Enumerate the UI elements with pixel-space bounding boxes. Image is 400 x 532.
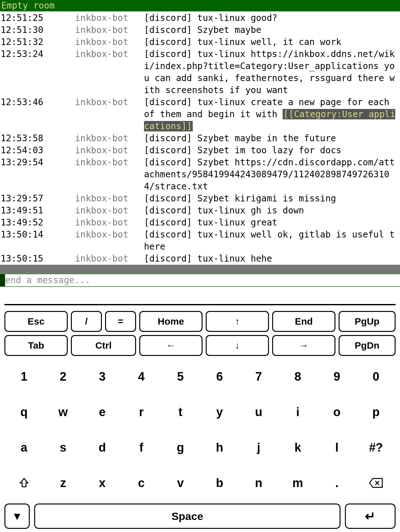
message-text: [discord] tux-linux https://inkbox.ddns.… — [144, 48, 400, 96]
message-user: inkbox-bot — [55, 229, 144, 241]
message-row: 12:54:03inkbox-bot[discord] Szybet im to… — [0, 144, 400, 156]
keyboard-divider — [4, 304, 396, 305]
key-home[interactable]: Home — [139, 311, 203, 332]
key-9[interactable]: 9 — [317, 365, 357, 388]
key-x[interactable]: x — [83, 472, 122, 494]
key-g[interactable]: g — [161, 436, 200, 459]
message-text: [discord] Szybet kirigami is missing — [144, 193, 400, 205]
key-d[interactable]: d — [83, 436, 122, 459]
key-arrow-down[interactable]: ↓ — [206, 335, 269, 356]
message-time: 12:51:25 — [0, 12, 55, 24]
key-shift[interactable] — [4, 472, 44, 494]
message-row: 12:51:30inkbox-bot[discord] Szybet maybe — [0, 24, 400, 36]
message-time: 12:51:32 — [0, 36, 55, 48]
message-row: 13:50:14inkbox-bot[discord] tux-linux we… — [0, 229, 400, 253]
key-f[interactable]: f — [122, 436, 161, 459]
key-t[interactable]: t — [161, 401, 200, 423]
message-text: [discord] Szybet maybe — [144, 24, 400, 36]
key-tab[interactable]: Tab — [4, 335, 68, 356]
message-time: 12:54:03 — [0, 144, 55, 156]
key-p[interactable]: p — [356, 401, 396, 423]
message-time: 12:53:58 — [0, 132, 55, 144]
key-i[interactable]: i — [278, 401, 317, 423]
message-text: [discord] tux-linux well ok, gitlab is u… — [144, 229, 400, 253]
message-row: 12:53:46inkbox-bot[discord] tux-linux cr… — [0, 96, 400, 132]
message-row: 13:29:54inkbox-bot[discord] Szybet https… — [0, 156, 400, 193]
message-time: 13:50:15 — [0, 253, 55, 265]
message-input[interactable]: end a message... — [0, 274, 400, 287]
key-pgdn[interactable]: PgDn — [339, 335, 396, 356]
key-c[interactable]: c — [122, 472, 161, 494]
key-space[interactable]: Space — [34, 504, 341, 529]
key-b[interactable]: b — [200, 472, 239, 494]
key-m[interactable]: m — [278, 472, 317, 494]
message-row: 13:49:52inkbox-bot[discord] tux-linux gr… — [0, 217, 400, 229]
key-period[interactable]: . — [317, 472, 357, 494]
key-u[interactable]: u — [239, 401, 278, 423]
key-arrow-up[interactable]: ↑ — [206, 311, 269, 332]
message-text: [discord] tux-linux well, it can work — [144, 36, 400, 48]
key-hide-keyboard[interactable]: ▼ — [4, 504, 30, 529]
key-4[interactable]: 4 — [122, 365, 161, 388]
key-slash[interactable]: / — [71, 311, 102, 332]
key-end[interactable]: End — [272, 311, 335, 332]
message-user: inkbox-bot — [55, 193, 144, 205]
key-arrow-left[interactable]: ← — [139, 335, 203, 356]
key-7[interactable]: 7 — [239, 365, 278, 388]
message-time: 13:29:54 — [0, 156, 55, 168]
message-row: 12:53:58inkbox-bot[discord] Szybet maybe… — [0, 132, 400, 144]
message-time: 12:51:30 — [0, 24, 55, 36]
message-row: 13:50:15inkbox-bot[discord] tux-linux he… — [0, 253, 400, 265]
message-row: 12:53:24inkbox-bot[discord] tux-linux ht… — [0, 48, 400, 96]
key-backspace[interactable] — [356, 472, 396, 494]
key-arrow-right[interactable]: → — [272, 335, 335, 356]
key-n[interactable]: n — [239, 472, 278, 494]
message-time: 13:49:51 — [0, 205, 55, 217]
key-v[interactable]: v — [161, 472, 200, 494]
message-row: 13:49:51inkbox-bot[discord] tux-linux gh… — [0, 205, 400, 217]
message-user: inkbox-bot — [55, 144, 144, 156]
key-esc[interactable]: Esc — [4, 311, 68, 332]
key-h[interactable]: h — [200, 436, 239, 459]
message-user: inkbox-bot — [55, 36, 144, 48]
key-o[interactable]: o — [317, 401, 357, 423]
key-pgup[interactable]: PgUp — [339, 311, 396, 332]
message-user: inkbox-bot — [55, 24, 144, 36]
message-log[interactable]: 12:51:25inkbox-bot[discord] tux-linux go… — [0, 11, 400, 265]
key-z[interactable]: z — [44, 472, 83, 494]
key-a[interactable]: a — [4, 436, 44, 459]
key-r[interactable]: r — [122, 401, 161, 423]
key-y[interactable]: y — [200, 401, 239, 423]
key-5[interactable]: 5 — [161, 365, 200, 388]
message-row: 12:51:25inkbox-bot[discord] tux-linux go… — [0, 12, 400, 24]
key-enter[interactable]: ↵ — [345, 504, 396, 529]
key-j[interactable]: j — [239, 436, 278, 459]
key-e[interactable]: e — [83, 401, 122, 423]
message-user: inkbox-bot — [55, 156, 144, 168]
message-time: 12:53:46 — [0, 96, 55, 108]
message-user: inkbox-bot — [55, 217, 144, 229]
message-user: inkbox-bot — [55, 96, 144, 108]
key-equals[interactable]: = — [105, 311, 136, 332]
key-ctrl[interactable]: Ctrl — [71, 335, 136, 356]
key-k[interactable]: k — [278, 436, 317, 459]
key-q[interactable]: q — [4, 401, 44, 423]
key-s[interactable]: s — [44, 436, 83, 459]
on-screen-keyboard: Esc / = Home ↑ End PgUp Tab Ctrl ← ↓ → P… — [0, 287, 400, 532]
key-1[interactable]: 1 — [4, 365, 44, 388]
key-3[interactable]: 3 — [83, 365, 122, 388]
key-symbols[interactable]: #? — [356, 436, 396, 459]
message-text: [discord] tux-linux gh is down — [144, 205, 400, 217]
message-user: inkbox-bot — [55, 132, 144, 144]
key-8[interactable]: 8 — [278, 365, 317, 388]
message-row: 12:51:32inkbox-bot[discord] tux-linux we… — [0, 36, 400, 48]
message-text: [discord] tux-linux create a new page fo… — [144, 96, 400, 132]
key-l[interactable]: l — [317, 436, 357, 459]
key-w[interactable]: w — [44, 401, 83, 423]
separator-band — [0, 265, 400, 274]
message-user: inkbox-bot — [55, 48, 144, 60]
key-2[interactable]: 2 — [44, 365, 83, 388]
key-6[interactable]: 6 — [200, 365, 239, 388]
key-0[interactable]: 0 — [356, 365, 396, 388]
cursor-icon — [0, 274, 5, 286]
